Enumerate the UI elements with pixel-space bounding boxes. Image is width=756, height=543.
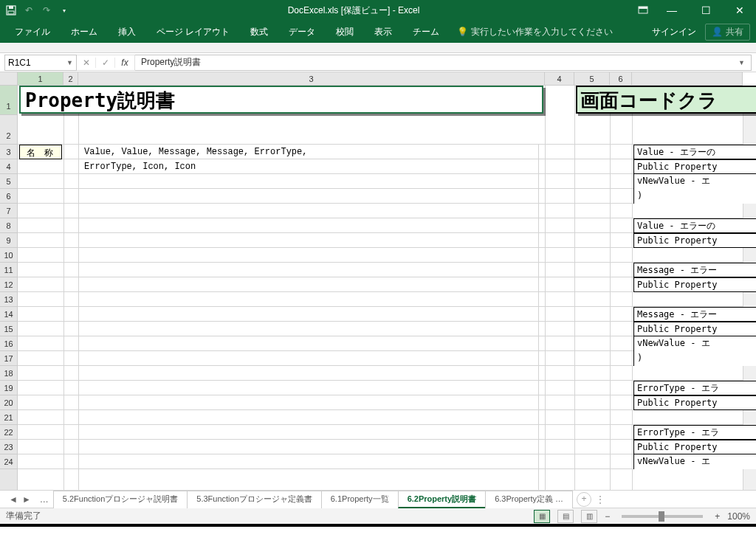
zoom-out-button[interactable]: − — [605, 511, 610, 522]
tell-me[interactable]: 💡 実行したい作業を入力してください — [457, 26, 613, 38]
sheet-tab[interactable]: 5.2Functionプロシージャ説明書 — [53, 491, 188, 508]
ribbon-display-icon[interactable] — [638, 5, 648, 15]
right-panel-cell[interactable]: Public Property — [633, 233, 756, 248]
sheet-more-icon[interactable]: ⋮ — [596, 494, 605, 505]
row-header[interactable]: 24 — [0, 454, 17, 469]
right-panel-cell[interactable]: ErrorType - エラ — [633, 425, 756, 440]
zoom-slider[interactable] — [622, 515, 703, 518]
cell-c4[interactable]: ErrorType, Icon, Icon — [81, 159, 539, 490]
right-panel-cell[interactable]: ) — [633, 351, 756, 366]
row-header[interactable]: 12 — [0, 277, 17, 292]
sheet-nav-next-icon[interactable]: ► — [22, 494, 31, 505]
tab-review[interactable]: 校閲 — [327, 23, 362, 41]
row-header[interactable]: 6 — [0, 189, 17, 204]
close-button[interactable]: ✕ — [729, 4, 750, 16]
col-header[interactable]: 3 — [78, 72, 545, 85]
row-header[interactable]: 21 — [0, 410, 17, 425]
row-header[interactable]: 11 — [0, 263, 17, 277]
view-normal-button[interactable]: ▦ — [534, 510, 550, 523]
redo-icon[interactable]: ↷ — [41, 5, 52, 15]
tab-file[interactable]: ファイル — [6, 23, 59, 41]
label-cell[interactable]: 名 称 — [19, 145, 62, 159]
sheet-nav-prev-icon[interactable]: ◄ — [9, 494, 18, 505]
undo-icon[interactable]: ↶ — [24, 5, 34, 15]
row-header[interactable]: 18 — [0, 366, 17, 381]
row-header[interactable]: 4 — [0, 159, 17, 174]
tab-view[interactable]: 表示 — [365, 23, 401, 41]
select-all-corner[interactable] — [0, 72, 18, 86]
right-panel-cell[interactable]: Public Property — [633, 322, 756, 336]
right-panel-cell[interactable]: Public Property — [633, 159, 756, 174]
view-pagebreak-button[interactable]: ▥ — [581, 510, 597, 523]
right-panel-cell[interactable]: Value - エラーの — [633, 218, 756, 233]
sheet-nav-more[interactable]: … — [35, 494, 53, 505]
row-header[interactable]: 22 — [0, 425, 17, 440]
right-panel-cell[interactable]: ) — [633, 189, 756, 204]
col-header[interactable]: 2 — [63, 72, 78, 85]
right-panel-cell[interactable]: ErrorType - エラ — [633, 381, 756, 395]
tab-formula[interactable]: 数式 — [241, 23, 277, 41]
row-header[interactable]: 1 — [0, 86, 17, 115]
right-panel-cell[interactable]: vNewValue - エ — [633, 174, 756, 189]
right-panel-cell[interactable]: Message - エラー — [633, 307, 756, 322]
cells-area[interactable]: Property説明書 画面コードクラ 名 称 Value, Value, Me… — [18, 86, 743, 490]
row-header[interactable]: 16 — [0, 336, 17, 351]
ribbon-collapsed[interactable] — [0, 43, 756, 53]
chevron-down-icon[interactable]: ▼ — [66, 59, 73, 66]
col-header[interactable]: 1 — [18, 72, 63, 85]
row-header[interactable]: 9 — [0, 233, 17, 248]
row-header[interactable]: 14 — [0, 307, 17, 322]
chevron-down-icon[interactable]: ▼ — [738, 59, 745, 66]
row-header[interactable]: 15 — [0, 322, 17, 336]
right-panel-cell[interactable]: vNewValue - エ — [633, 336, 756, 351]
view-pagelayout-button[interactable]: ▤ — [557, 510, 574, 523]
row-header[interactable]: 13 — [0, 292, 17, 307]
col-header[interactable]: 5 — [574, 72, 610, 85]
row-header[interactable]: 20 — [0, 395, 17, 410]
maximize-button[interactable]: ☐ — [695, 4, 716, 16]
cell-right-title[interactable]: 画面コードクラ — [576, 86, 756, 114]
formula-input[interactable]: Property説明書 ▼ — [135, 55, 752, 71]
row-header[interactable]: 2 — [0, 115, 17, 145]
col-header[interactable]: 4 — [545, 72, 574, 85]
sheet-tab[interactable]: 6.2Property説明書 — [398, 491, 487, 508]
tab-insert[interactable]: 挿入 — [109, 23, 145, 41]
row-header[interactable]: 23 — [0, 440, 17, 454]
tab-data[interactable]: データ — [280, 23, 324, 41]
tab-team[interactable]: チーム — [404, 23, 448, 41]
sheet-tab[interactable]: 5.3Functionプロシージャ定義書 — [187, 491, 321, 508]
add-sheet-button[interactable]: + — [577, 492, 591, 507]
right-panel-cell[interactable]: Public Property — [633, 395, 756, 410]
worksheet-grid[interactable]: 123456 123456789101112131415161718192021… — [0, 72, 756, 490]
row-header[interactable]: 8 — [0, 218, 17, 233]
row-headers[interactable]: 123456789101112131415161718192021222324 — [0, 86, 18, 490]
qat-dropdown-icon[interactable]: ▾ — [59, 5, 69, 15]
fx-button[interactable]: fx — [115, 58, 134, 68]
tab-pagelayout[interactable]: ページ レイアウト — [148, 23, 238, 41]
row-header[interactable]: 7 — [0, 204, 17, 218]
row-header[interactable]: 17 — [0, 351, 17, 366]
right-panel-cell[interactable]: Public Property — [633, 440, 756, 454]
right-panel-cell[interactable]: Public Property — [633, 277, 756, 292]
column-headers[interactable]: 123456 — [18, 72, 743, 86]
cell-a1-title[interactable]: Property説明書 — [19, 86, 543, 114]
row-header[interactable]: 10 — [0, 248, 17, 263]
right-panel-cell[interactable]: Message - エラー — [633, 263, 756, 277]
row-header[interactable]: 5 — [0, 174, 17, 189]
zoom-level[interactable]: 100% — [727, 511, 750, 522]
share-button[interactable]: 👤 共有 — [705, 24, 750, 41]
row-header[interactable]: 3 — [0, 145, 17, 159]
save-icon[interactable] — [6, 5, 16, 15]
cancel-formula-button[interactable]: ✕ — [77, 58, 96, 68]
minimize-button[interactable]: ― — [662, 4, 682, 16]
right-panel-cell[interactable]: Value - エラーの — [633, 145, 756, 159]
sheet-tab[interactable]: 6.3Property定義 … — [485, 491, 573, 508]
col-header[interactable]: 6 — [610, 72, 632, 85]
sheet-tab[interactable]: 6.1Property一覧 — [321, 491, 399, 508]
row-header[interactable]: 19 — [0, 381, 17, 395]
zoom-in-button[interactable]: + — [715, 511, 720, 522]
name-box[interactable]: R1C1 ▼ — [4, 55, 77, 71]
signin-link[interactable]: サインイン — [652, 26, 696, 38]
tab-home[interactable]: ホーム — [62, 23, 106, 41]
right-panel-cell[interactable]: vNewValue - エ — [633, 454, 756, 469]
